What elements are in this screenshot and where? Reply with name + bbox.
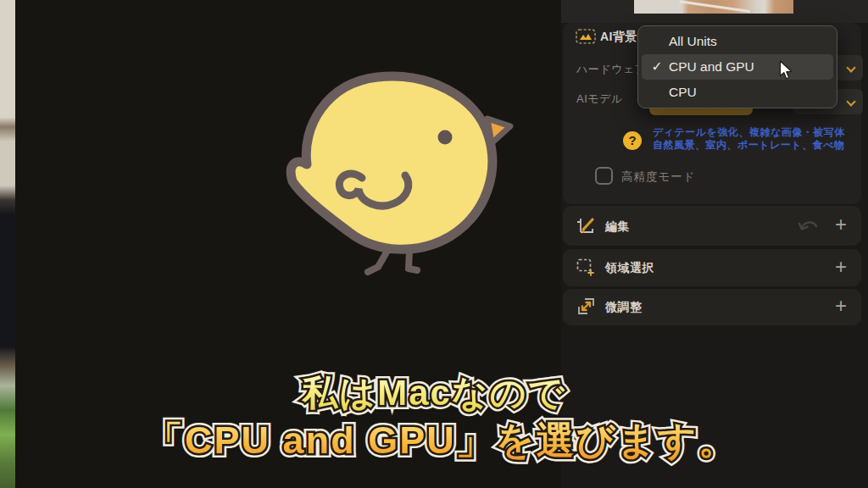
menu-item-label: All Units <box>669 29 717 54</box>
menu-item-label: CPU <box>669 80 697 105</box>
chick-illustration <box>284 69 515 278</box>
menu-item-cpu[interactable]: CPU <box>642 80 833 105</box>
ai-model-label: AIモデル <box>576 92 623 107</box>
chick-legs <box>368 251 417 272</box>
high-precision-checkbox[interactable] <box>595 167 613 185</box>
fine-adjust-icon <box>576 297 596 315</box>
menu-item-all-units[interactable]: All Units <box>642 29 833 54</box>
expand-fine-button[interactable]: + <box>831 297 851 317</box>
ai-background-title: AI背景 <box>600 30 637 45</box>
ai-background-icon <box>576 29 596 44</box>
app-screen: AI背景 ハードウェア AIモデル ? ディテールを強化、複雑な画像・被写体 自… <box>0 0 868 488</box>
high-precision-label: 高精度モード <box>621 169 696 185</box>
section-fine-label: 微調整 <box>605 300 643 315</box>
section-edit-label: 編集 <box>605 219 630 235</box>
subtitle-line2: 「CPU and GPU」を選びます。 「CPU and GPU」を選びます。 … <box>0 415 868 466</box>
chick-beak <box>487 119 510 143</box>
subtitle-line1: 私はMacなので 私はMacなので 私はMacなので <box>0 369 868 417</box>
edit-crop-pencil-icon <box>576 216 596 236</box>
subtitle-fill: 私はMacなので <box>302 369 566 417</box>
undo-icon[interactable] <box>797 218 821 233</box>
subtitle-fill: 「CPU and GPU」を選びます。 <box>145 415 738 466</box>
photo-thumbnail <box>634 0 793 14</box>
photo-strip <box>561 0 868 23</box>
hardware-label: ハードウェア <box>576 62 647 77</box>
chevron-down-icon <box>848 64 854 71</box>
menu-item-cpu-and-gpu[interactable]: ✓ CPU and GPU <box>642 54 833 80</box>
chick-eye <box>438 130 453 145</box>
chevron-down-icon <box>848 98 854 105</box>
expand-region-button[interactable]: + <box>831 258 851 278</box>
chick-body <box>291 76 492 249</box>
photo-dress-detail <box>677 0 750 14</box>
section-edit[interactable]: 編集 + <box>563 206 861 246</box>
help-icon[interactable]: ? <box>623 131 642 150</box>
hardware-dropdown-menu: All Units ✓ CPU and GPU CPU <box>637 25 837 108</box>
section-region-label: 領域選択 <box>605 261 654 276</box>
checkmark-icon: ✓ <box>647 54 667 80</box>
menu-item-label: CPU and GPU <box>669 54 754 80</box>
section-fine-adjust[interactable]: 微調整 + <box>563 289 861 325</box>
section-region-select[interactable]: 領域選択 + <box>563 249 861 286</box>
mouse-cursor <box>779 60 793 80</box>
help-text-line2: 自然風景、室内、ポートレート、食べ物 <box>653 138 844 152</box>
expand-edit-button[interactable]: + <box>831 215 851 236</box>
region-select-icon <box>576 258 596 276</box>
